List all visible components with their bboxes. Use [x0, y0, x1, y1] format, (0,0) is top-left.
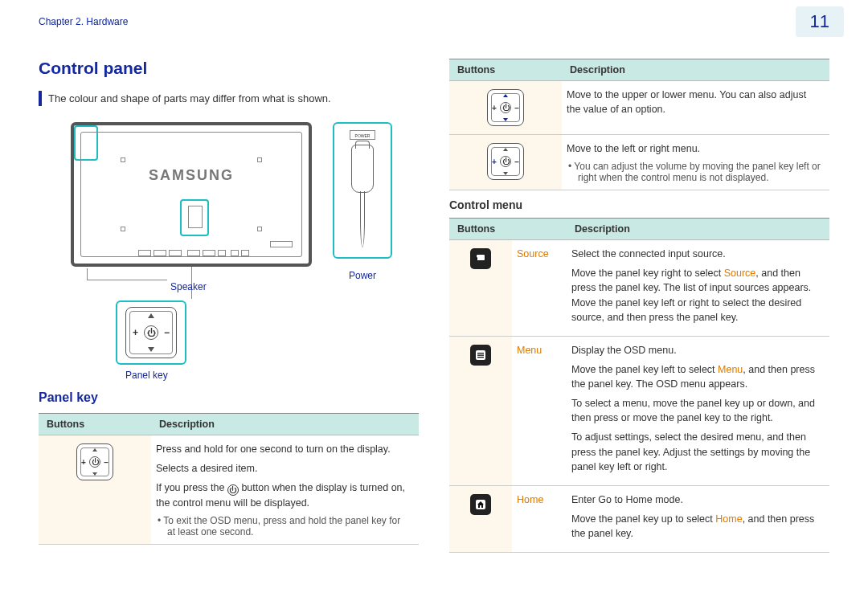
control-menu-heading: Control menu [449, 198, 829, 211]
updown-desc: Move to the upper or lower menu. You can… [562, 81, 829, 135]
panel-key-enlarged: +− ⏻ [116, 300, 186, 365]
menu-name: Menu [512, 336, 567, 485]
th-buttons: Buttons [449, 59, 562, 81]
panel-key-desc: Press and hold for one second to turn on… [151, 435, 419, 545]
leftright-desc: Move to the left or right menu. You can … [562, 135, 829, 190]
svg-rect-1 [477, 255, 485, 260]
home-icon-cell [449, 485, 512, 552]
home-desc: Enter Go to Home mode. Move the panel ke… [567, 485, 829, 552]
th-buttons: Buttons [39, 414, 151, 435]
panel-key-table: Buttons Description +− ⏻ Press and hold … [39, 413, 419, 545]
svg-rect-3 [477, 353, 484, 353]
display-back-outline: SAMSUNG [71, 122, 312, 267]
menu-icon [470, 345, 491, 366]
control-menu-table: Buttons Description Source Select the co… [449, 218, 829, 553]
menu-desc: Display the OSD menu. Move the panel key… [567, 336, 829, 485]
th-description: Description [567, 219, 829, 240]
dpad-updown-icon: +− ⏻ [487, 89, 524, 126]
chapter-label: Chapter 2. Hardware [39, 16, 128, 27]
diagram-label-power: Power [349, 270, 376, 281]
menu-icon-cell [449, 336, 512, 485]
th-description: Description [562, 59, 829, 81]
source-desc: Select the connected input source. Move … [567, 240, 829, 337]
device-diagram: SAMSUNG POWER [39, 116, 392, 381]
page-content: Control panel The colour and shape of pa… [0, 44, 868, 569]
source-icon [470, 248, 491, 269]
panel-key-heading: Panel key [39, 390, 419, 405]
panel-key-highlight [180, 199, 209, 236]
home-name: Home [512, 485, 567, 552]
dpad-icon: +− ⏻ [76, 443, 113, 480]
note: The colour and shape of parts may differ… [39, 91, 419, 106]
dpad-icon: +− ⏻ [125, 307, 177, 358]
source-icon-cell [449, 240, 512, 337]
left-column: Control panel The colour and shape of pa… [39, 59, 419, 553]
svg-rect-4 [477, 354, 484, 355]
th-description: Description [151, 414, 419, 435]
svg-rect-5 [477, 357, 484, 358]
source-name: Source [512, 240, 567, 337]
page-header: Chapter 2. Hardware 11 [0, 0, 868, 44]
leftright-button-cell: +− ⏻ [449, 135, 562, 190]
power-icon: ⏻ [227, 484, 239, 496]
home-icon [470, 494, 491, 515]
right-column: Buttons Description +− ⏻ Move to the upp… [449, 59, 829, 553]
updown-button-cell: +− ⏻ [449, 81, 562, 135]
diagram-label-speaker: Speaker [170, 281, 207, 292]
panel-key-button-cell: +− ⏻ [39, 435, 151, 545]
brand-logo: SAMSUNG [74, 167, 309, 184]
power-plug-callout: POWER [333, 122, 392, 259]
diagram-label-panelkey: Panel key [125, 370, 168, 381]
dpad-leftright-icon: +− ⏻ [487, 143, 524, 180]
page-number: 11 [796, 6, 844, 37]
th-buttons: Buttons [449, 219, 512, 240]
section-title: Control panel [39, 59, 419, 78]
direction-table: Buttons Description +− ⏻ Move to the upp… [449, 59, 829, 190]
